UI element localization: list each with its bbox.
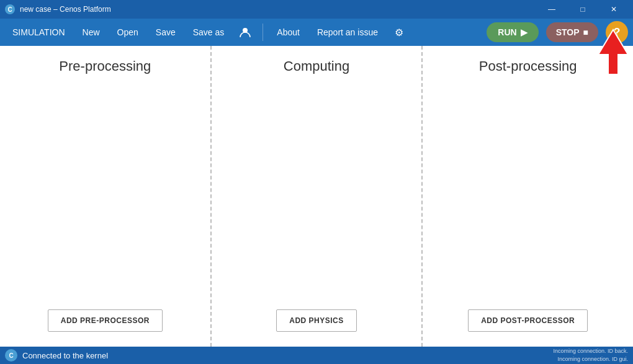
- close-button[interactable]: ✕: [599, 0, 628, 19]
- simulation-menu[interactable]: SIMULATION: [5, 24, 73, 41]
- new-menu-item[interactable]: New: [75, 24, 107, 41]
- postprocessing-title: Post-processing: [479, 46, 577, 84]
- stop-label: STOP: [556, 27, 580, 37]
- run-label: RUN: [498, 27, 516, 37]
- status-icon: C: [5, 349, 17, 362]
- title-bar: C new case – Cenos Platform — □ ✕: [0, 0, 633, 19]
- app-icon: C: [5, 4, 15, 14]
- preprocessing-panel: Pre-processing ADD PRE-PROCESSOR: [0, 46, 210, 347]
- status-bar: C Connected to the kernel Backend server…: [0, 347, 633, 364]
- window-controls: — □ ✕: [537, 0, 628, 19]
- computing-panel: Computing ADD PHYSICS: [212, 46, 422, 347]
- stop-icon: ■: [583, 27, 588, 37]
- status-message: Connected to the kernel: [22, 351, 548, 360]
- postprocessing-footer: ADD POST-PROCESSOR: [423, 300, 633, 342]
- preprocessing-title: Pre-processing: [59, 46, 151, 84]
- user-icon-btn[interactable]: [234, 21, 256, 43]
- maximize-button[interactable]: □: [568, 0, 597, 19]
- computing-body: [212, 84, 422, 300]
- stop-button[interactable]: STOP ■: [546, 22, 598, 42]
- open-menu-item[interactable]: Open: [110, 24, 146, 41]
- minimize-button[interactable]: —: [537, 0, 566, 19]
- window-title: new case – Cenos Platform: [20, 5, 532, 14]
- add-preprocessor-button[interactable]: ADD PRE-PROCESSOR: [48, 309, 163, 332]
- gear-icon: ⚙: [395, 27, 403, 38]
- computing-footer: ADD PHYSICS: [212, 300, 422, 342]
- about-menu-item[interactable]: About: [269, 24, 307, 41]
- report-issue-menu-item[interactable]: Report an issue: [310, 24, 385, 41]
- add-postprocessor-button[interactable]: ADD POST-PROCESSOR: [468, 309, 588, 332]
- save-menu-item[interactable]: Save: [148, 24, 183, 41]
- main-content: Pre-processing ADD PRE-PROCESSOR Computi…: [0, 46, 633, 347]
- preprocessing-body: [0, 84, 210, 300]
- run-icon: ▶: [521, 27, 528, 37]
- save-as-menu-item[interactable]: Save as: [186, 24, 232, 41]
- add-physics-button[interactable]: ADD PHYSICS: [276, 309, 357, 332]
- postprocessing-panel: Post-processing ADD POST-PROCESSOR: [423, 46, 633, 347]
- menu-separator-1: [263, 24, 263, 41]
- preprocessing-footer: ADD PRE-PROCESSOR: [0, 300, 210, 342]
- gear-icon-btn[interactable]: ⚙: [388, 21, 410, 43]
- postprocessing-body: [423, 84, 633, 300]
- computing-title: Computing: [284, 46, 349, 84]
- run-button[interactable]: RUN ▶: [487, 22, 538, 42]
- help-icon: ?: [614, 26, 621, 39]
- menu-bar: SIMULATION New Open Save Save as About R…: [0, 19, 633, 46]
- help-button[interactable]: ?: [606, 21, 628, 43]
